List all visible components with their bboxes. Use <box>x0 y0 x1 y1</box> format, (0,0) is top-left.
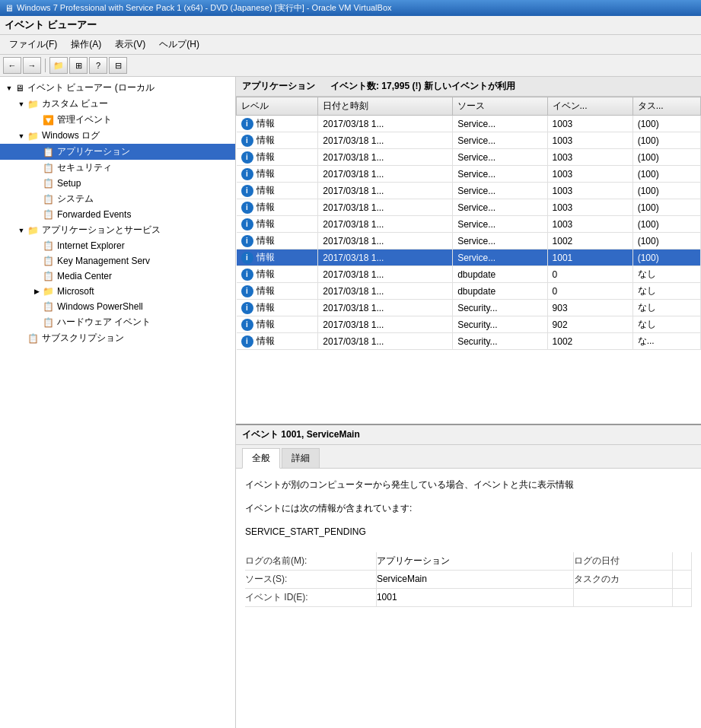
level-icon: i <box>241 202 253 214</box>
toolbar-grid[interactable]: ⊞ <box>69 57 88 74</box>
table-row[interactable]: i情報2017/03/18 1...Security...1002な... <box>237 333 701 350</box>
sidebar-item-windows-log[interactable]: ▼ 📁 Windows ログ <box>0 128 235 144</box>
cell-eventId: 1003 <box>547 199 632 216</box>
menu-file[interactable]: ファイル(F) <box>3 37 63 52</box>
cell-source: dbupdate <box>453 266 547 283</box>
table-row[interactable]: i情報2017/03/18 1...Service...1003(100) <box>237 216 701 233</box>
admin-icon: 🔽 <box>43 115 54 126</box>
detail-panel: イベント 1001, ServiceMain 全般 詳細 イベントが別のコンピュ… <box>236 424 701 728</box>
fwd-icon: 📋 <box>43 209 54 220</box>
table-header-row: レベル 日付と時刻 ソース イベン... タス... <box>237 97 701 116</box>
task-value <box>673 570 692 588</box>
sidebar-item-setup[interactable]: ▶ 📋 Setup <box>0 176 235 191</box>
windows-log-expand[interactable]: ▼ <box>15 130 27 142</box>
cell-date: 2017/03/18 1... <box>318 266 453 283</box>
table-row[interactable]: i情報2017/03/18 1...Security...902なし <box>237 316 701 333</box>
cell-level: i情報 <box>237 132 318 149</box>
log-date-value <box>673 552 692 571</box>
content-header: アプリケーション イベント数: 17,995 (!) 新しいイベントが利用 <box>236 77 701 97</box>
table-row[interactable]: i情報2017/03/18 1...Service...1002(100) <box>237 233 701 250</box>
sidebar-item-media-center[interactable]: ▶ 📋 Media Center <box>0 269 235 284</box>
app-svc-expand[interactable]: ▼ <box>15 224 27 237</box>
toolbar-back[interactable]: ← <box>3 57 21 74</box>
table-row[interactable]: i情報2017/03/18 1...Service...1003(100) <box>237 166 701 183</box>
col-date[interactable]: 日付と時刻 <box>318 97 453 116</box>
menu-help[interactable]: ヘルプ(H) <box>153 37 206 52</box>
toolbar-minimize[interactable]: ⊟ <box>109 57 127 74</box>
col-task[interactable]: タス... <box>632 97 700 116</box>
sidebar-root[interactable]: ▼ 🖥 イベント ビューアー (ローカル <box>0 80 235 96</box>
col-source[interactable]: ソース <box>453 97 547 116</box>
sidebar-item-powershell[interactable]: ▶ 📋 Windows PowerShell <box>0 299 235 314</box>
cell-date: 2017/03/18 1... <box>318 166 453 183</box>
sys-icon: 📋 <box>43 194 54 205</box>
sidebar-item-admin-events[interactable]: ▶ 🔽 管理イベント <box>0 112 235 128</box>
toolbar-sep1 <box>45 59 46 72</box>
cell-eventId: 1001 <box>547 250 632 266</box>
cell-eventId: 1003 <box>547 149 632 166</box>
col-level[interactable]: レベル <box>237 97 318 116</box>
detail-field-row-eventid: イベント ID(E): 1001 <box>245 588 692 606</box>
sidebar-item-app-services[interactable]: ▼ 📁 アプリケーションとサービス <box>0 222 235 238</box>
table-row[interactable]: i情報2017/03/18 1...Service...1003(100) <box>237 149 701 166</box>
cell-date: 2017/03/18 1... <box>318 132 453 149</box>
table-row[interactable]: i情報2017/03/18 1...dbupdate0なし <box>237 283 701 300</box>
main-layout: ▼ 🖥 イベント ビューアー (ローカル ▼ 📁 カスタム ビュー ▶ 🔽 管理… <box>0 77 701 728</box>
sub-icon: 📋 <box>27 333 39 344</box>
detail-fields-table: ログの名前(M): アプリケーション ログの日付 ソース(S): Service… <box>245 552 692 608</box>
table-row[interactable]: i情報2017/03/18 1...Service...1003(100) <box>237 116 701 132</box>
tab-detail[interactable]: 詳細 <box>282 448 320 468</box>
toolbar-help[interactable]: ? <box>89 57 107 74</box>
cell-eventId: 1002 <box>547 333 632 350</box>
cell-date: 2017/03/18 1... <box>318 333 453 350</box>
table-row[interactable]: i情報2017/03/18 1...Service...1003(100) <box>237 132 701 149</box>
toolbar-open[interactable]: 📁 <box>49 57 68 74</box>
col-event-id[interactable]: イベン... <box>547 97 632 116</box>
tab-general[interactable]: 全般 <box>242 448 280 469</box>
app-title: イベント ビューアー <box>0 16 701 35</box>
cell-level: i情報 <box>237 149 318 166</box>
sidebar-item-subscription[interactable]: ▶ 📋 サブスクリプション <box>0 330 235 346</box>
cell-task: (100) <box>632 233 700 250</box>
level-icon: i <box>241 218 253 230</box>
sidebar-item-key-management[interactable]: ▶ 📋 Key Management Serv <box>0 253 235 269</box>
menu-action[interactable]: 操作(A) <box>65 37 107 52</box>
cell-task: (100) <box>632 132 700 149</box>
cell-eventId: 1003 <box>547 116 632 132</box>
cell-source: Service... <box>453 116 547 132</box>
table-row[interactable]: i情報2017/03/18 1...Service...1001(100) <box>237 250 701 266</box>
cell-task: (100) <box>632 250 700 266</box>
cell-task: (100) <box>632 183 700 199</box>
cell-date: 2017/03/18 1... <box>318 149 453 166</box>
ms-expand[interactable]: ▶ <box>30 285 43 297</box>
cell-task: (100) <box>632 216 700 233</box>
table-row[interactable]: i情報2017/03/18 1...Security...903なし <box>237 300 701 316</box>
table-row[interactable]: i情報2017/03/18 1...Service...1003(100) <box>237 183 701 199</box>
cell-eventId: 903 <box>547 300 632 316</box>
toolbar-forward[interactable]: → <box>23 57 41 74</box>
table-row[interactable]: i情報2017/03/18 1...Service...1003(100) <box>237 199 701 216</box>
sidebar-item-custom-view[interactable]: ▼ 📁 カスタム ビュー <box>0 96 235 112</box>
table-row[interactable]: i情報2017/03/18 1...dbupdate0なし <box>237 266 701 283</box>
task-label: タスクのカ <box>573 570 672 588</box>
cell-level: i情報 <box>237 300 318 316</box>
cell-task: なし <box>632 283 700 300</box>
sidebar-item-security[interactable]: ▶ 📋 セキュリティ <box>0 160 235 176</box>
event-table-container[interactable]: レベル 日付と時刻 ソース イベン... タス... i情報2017/03/18… <box>236 97 701 424</box>
custom-view-expand[interactable]: ▼ <box>15 98 27 110</box>
sidebar-item-ie[interactable]: ▶ 📋 Internet Explorer <box>0 238 235 253</box>
sidebar-item-forwarded-events[interactable]: ▶ 📋 Forwarded Events <box>0 207 235 222</box>
cell-date: 2017/03/18 1... <box>318 199 453 216</box>
root-expand[interactable]: ▼ <box>3 82 15 94</box>
level-icon: i <box>241 285 253 297</box>
sidebar-item-application[interactable]: ▶ 📋 アプリケーション <box>0 144 235 160</box>
level-icon: i <box>241 319 253 331</box>
sidebar-item-system[interactable]: ▶ 📋 システム <box>0 191 235 207</box>
detail-text-2: イベントには次の情報が含まれています: <box>245 501 692 516</box>
sidebar-item-hardware-events[interactable]: ▶ 📋 ハードウェア イベント <box>0 314 235 330</box>
title-bar-text: Windows 7 Professional with Service Pack… <box>17 2 392 14</box>
sidebar-item-microsoft[interactable]: ▶ 📁 Microsoft <box>0 284 235 299</box>
log-date-label: ログの日付 <box>573 552 672 571</box>
menu-view[interactable]: 表示(V) <box>109 37 151 52</box>
event-id-label2 <box>573 588 672 606</box>
